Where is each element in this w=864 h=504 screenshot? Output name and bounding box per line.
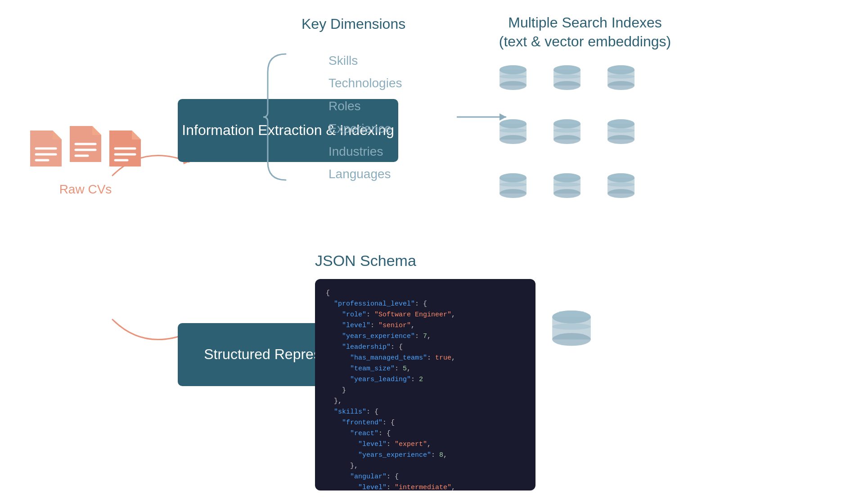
key-dimensions-section: Key Dimensions bbox=[302, 16, 405, 32]
dimension-languages: Languages bbox=[328, 163, 402, 185]
dimension-roles: Roles bbox=[328, 95, 402, 117]
svg-point-52 bbox=[554, 173, 580, 182]
svg-point-25 bbox=[608, 81, 634, 90]
svg-point-55 bbox=[608, 189, 634, 198]
db-icon-1-1 bbox=[490, 58, 536, 104]
svg-point-37 bbox=[554, 119, 580, 128]
search-indexes-title: Multiple Search Indexes (text & vector e… bbox=[495, 14, 675, 51]
svg-point-50 bbox=[554, 189, 580, 198]
bracket-svg bbox=[259, 50, 295, 184]
svg-point-61 bbox=[552, 324, 591, 330]
svg-point-42 bbox=[608, 119, 634, 128]
svg-point-32 bbox=[500, 119, 526, 128]
db-icon-1-2 bbox=[544, 58, 590, 104]
key-dimensions-title: Key Dimensions bbox=[302, 16, 405, 32]
json-schema-title: JSON Schema bbox=[315, 252, 416, 270]
svg-point-35 bbox=[554, 135, 580, 144]
svg-point-20 bbox=[554, 81, 580, 90]
svg-point-31 bbox=[500, 128, 526, 133]
svg-point-26 bbox=[608, 74, 634, 79]
svg-point-16 bbox=[500, 74, 526, 79]
svg-point-46 bbox=[500, 182, 526, 187]
db-icon-2-1 bbox=[490, 112, 536, 158]
db-icon-3-2 bbox=[544, 166, 590, 212]
svg-point-57 bbox=[608, 173, 634, 182]
search-indexes-title-text: Multiple Search Indexes (text & vector e… bbox=[499, 14, 671, 50]
cv-icon-2 bbox=[68, 122, 104, 164]
svg-point-51 bbox=[554, 182, 580, 187]
single-db-icon bbox=[549, 306, 594, 362]
svg-point-62 bbox=[552, 310, 591, 324]
svg-point-17 bbox=[500, 65, 526, 74]
dimension-technologies: Technologies bbox=[328, 72, 402, 94]
svg-point-41 bbox=[608, 128, 634, 133]
svg-point-22 bbox=[554, 65, 580, 74]
svg-point-47 bbox=[500, 173, 526, 182]
svg-point-27 bbox=[608, 65, 634, 74]
json-schema-box: { "professional_level": { "role": "Softw… bbox=[315, 279, 536, 490]
dimensions-list: Skills Technologies Roles Experience Ind… bbox=[328, 50, 402, 185]
dimension-skills: Skills bbox=[328, 50, 402, 72]
svg-point-60 bbox=[552, 333, 591, 346]
svg-point-30 bbox=[500, 135, 526, 144]
db-icon-3-3 bbox=[598, 166, 644, 212]
svg-point-36 bbox=[554, 128, 580, 133]
svg-point-40 bbox=[608, 135, 634, 144]
svg-point-21 bbox=[554, 74, 580, 79]
db-icon-1-3 bbox=[598, 58, 644, 104]
svg-point-15 bbox=[500, 81, 526, 90]
diagram-container: Raw CVs Information Extraction & Indexin… bbox=[0, 0, 864, 504]
db-icon-2-2 bbox=[544, 112, 590, 158]
dimension-industries: Industries bbox=[328, 140, 402, 163]
json-code: { "professional_level": { "role": "Softw… bbox=[326, 288, 525, 490]
raw-cvs-label: Raw CVs bbox=[59, 182, 112, 197]
db-icon-2-3 bbox=[598, 112, 644, 158]
svg-point-56 bbox=[608, 182, 634, 187]
db-icon-3-1 bbox=[490, 166, 536, 212]
dimension-experience: Experience bbox=[328, 117, 402, 140]
cv-icon-1 bbox=[28, 126, 64, 169]
svg-point-45 bbox=[500, 189, 526, 198]
db-grid bbox=[490, 58, 644, 212]
